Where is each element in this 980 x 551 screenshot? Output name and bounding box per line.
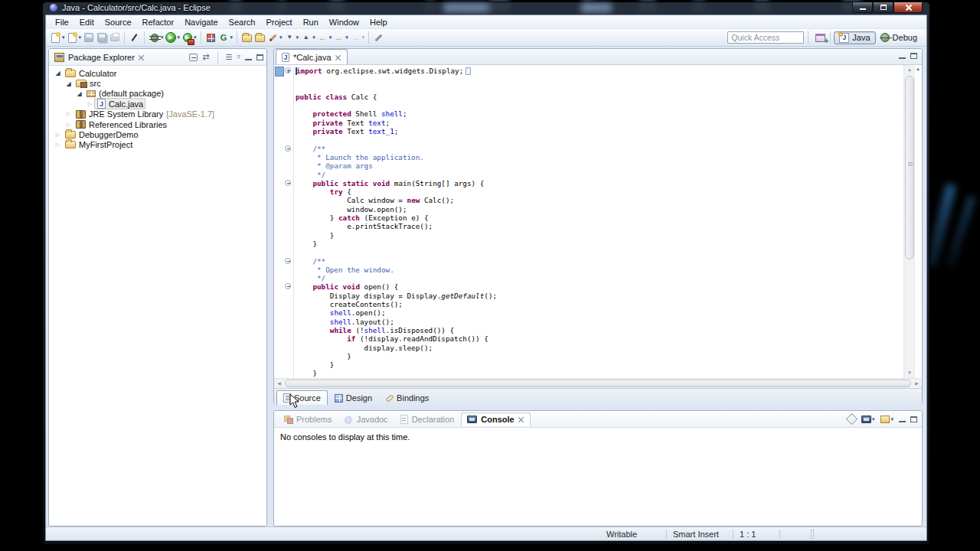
scroll-right-icon[interactable]: ▶ — [912, 379, 922, 388]
horizontal-scrollbar[interactable]: ◀ ▶ — [274, 378, 922, 388]
menu-file[interactable]: File — [50, 16, 74, 28]
vertical-scrollbar[interactable]: ▲ ▼ — [903, 65, 922, 378]
coverage-button[interactable]: G▾ — [217, 32, 234, 44]
maximize-view-button[interactable] — [256, 54, 263, 60]
expand-arrow-icon[interactable]: ▷ — [54, 132, 62, 138]
menu-help[interactable]: Help — [364, 16, 393, 28]
scrollbar-thumb[interactable] — [905, 76, 914, 259]
last-edit-location-button[interactable] — [372, 32, 385, 44]
scroll-up-icon[interactable]: ▲ — [904, 65, 915, 75]
new-java-project-button[interactable] — [204, 32, 217, 44]
close-tab-icon[interactable] — [335, 54, 341, 60]
menu-window[interactable]: Window — [324, 16, 364, 28]
code-line-text: * Launch the application. — [294, 153, 424, 161]
titlebar[interactable]: Java - Calculator/src/Calc.java - Eclips… — [45, 2, 927, 15]
display-console-button[interactable]: ▾ — [861, 416, 876, 423]
expand-arrow-icon[interactable]: ▷ — [54, 142, 62, 148]
scrollbar-thumb[interactable] — [285, 380, 911, 387]
minimize-button[interactable] — [852, 2, 873, 13]
print-button[interactable] — [108, 32, 121, 44]
maximize-console-button[interactable] — [910, 416, 917, 422]
menu-run[interactable]: Run — [298, 16, 324, 28]
maximize-editor-button[interactable] — [910, 53, 917, 59]
tab-declaration[interactable]: Declaration — [395, 413, 460, 425]
fold-margin — [283, 257, 294, 266]
overview-ruler[interactable] — [914, 65, 922, 378]
menu-search[interactable]: Search — [224, 16, 261, 28]
next-annotation-button[interactable]: ▼▾ — [283, 32, 300, 44]
code-line: /** — [274, 145, 903, 153]
collapse-fold-icon[interactable] — [285, 258, 291, 264]
code-text[interactable]: import org.eclipse.swt.widgets.Display;p… — [274, 65, 903, 378]
tab-javadoc[interactable]: @ Javadoc — [338, 413, 393, 425]
code-line: import org.eclipse.swt.widgets.Display; — [274, 67, 903, 75]
external-tools-button[interactable]: ▶▾ — [181, 32, 198, 44]
collapse-arrow-icon[interactable]: ◢ — [64, 80, 73, 87]
new-wizard-button[interactable]: ▾ — [49, 32, 66, 44]
save-all-button[interactable] — [95, 32, 108, 44]
close-view-icon[interactable] — [139, 54, 145, 60]
back-button[interactable]: ←▾ — [316, 32, 333, 44]
code-line-text: } — [294, 369, 317, 377]
format-button[interactable]: ▾ — [266, 32, 283, 44]
open-type-button[interactable] — [240, 32, 253, 44]
collapse-fold-icon[interactable] — [285, 145, 291, 152]
open-console-button[interactable]: ▾ — [880, 416, 894, 423]
editor-tab-calc-java[interactable]: J *Calc.java — [276, 49, 348, 64]
minimize-console-button[interactable] — [899, 420, 906, 422]
collapse-all-button[interactable] — [189, 54, 198, 61]
minimize-view-button[interactable] — [245, 58, 252, 60]
expand-arrow-icon[interactable]: ▷ — [64, 122, 73, 128]
run-button[interactable]: ▶▾ — [165, 32, 181, 44]
tree-item-jre-system-library[interactable]: ▷JRE System Library[JavaSE-1.7] — [49, 109, 266, 119]
code-editor[interactable]: import org.eclipse.swt.widgets.Display;p… — [274, 65, 922, 378]
scroll-down-icon[interactable]: ▼ — [904, 368, 915, 378]
focus-button[interactable]: ☰ — [226, 54, 233, 61]
link-with-editor-button[interactable]: ⇄ — [202, 53, 209, 61]
tree-item-debuggerdemo[interactable]: ▷DebuggerDemo — [49, 129, 266, 139]
expand-arrow-icon[interactable]: ▷ — [64, 111, 73, 117]
open-resource-button[interactable] — [253, 32, 266, 44]
scroll-left-icon[interactable]: ◀ — [274, 379, 284, 388]
maximize-button[interactable] — [873, 2, 893, 13]
view-menu-button[interactable]: ▿ — [237, 54, 240, 60]
quick-access-input[interactable] — [727, 31, 804, 44]
previous-annotation-button[interactable]: ▲▾ — [299, 32, 316, 44]
perspective-debug-button[interactable]: Debug — [876, 32, 922, 43]
forward-button[interactable]: →▾ — [349, 32, 366, 44]
tab-console[interactable]: Console — [461, 412, 530, 426]
tree-item-calculator[interactable]: ◢Calculator — [49, 68, 266, 78]
tree-item-src[interactable]: ◢src — [49, 78, 266, 88]
skip-breakpoints-button[interactable] — [128, 32, 141, 44]
close-button[interactable] — [893, 2, 923, 13]
collapse-arrow-icon[interactable]: ◢ — [54, 70, 62, 77]
close-console-icon[interactable] — [518, 416, 524, 422]
menu-navigate[interactable]: Navigate — [179, 16, 223, 28]
minimize-editor-button[interactable] — [899, 57, 906, 59]
debug-button[interactable]: ▾ — [148, 32, 165, 44]
menu-refactor[interactable]: Refactor — [137, 16, 180, 28]
new-java-class-button[interactable]: ▾ — [66, 32, 83, 44]
tree-item-myfirstproject[interactable]: ▷MyFirstProject — [49, 140, 266, 150]
tab-problems[interactable]: Problems — [279, 413, 337, 425]
menu-source[interactable]: Source — [100, 16, 137, 28]
expand-fold-icon[interactable] — [285, 67, 291, 73]
tree-item-calc-java[interactable]: ▷JCalc.java — [49, 99, 266, 109]
open-perspective-button[interactable] — [814, 32, 827, 44]
menu-edit[interactable]: Edit — [74, 16, 100, 28]
collapse-fold-icon[interactable] — [285, 283, 291, 289]
pin-console-button[interactable] — [846, 413, 858, 425]
tab-source[interactable]: Source — [276, 390, 328, 405]
collapse-arrow-icon[interactable]: ◢ — [75, 90, 83, 97]
tree-item--default-package-[interactable]: ◢(default package) — [49, 89, 266, 99]
expand-arrow-icon[interactable]: ▷ — [86, 101, 94, 107]
menu-project[interactable]: Project — [260, 16, 297, 28]
tab-bindings[interactable]: Bindings — [379, 390, 436, 405]
save-button[interactable] — [82, 32, 95, 44]
collapse-fold-icon[interactable] — [285, 180, 291, 186]
perspective-java-button[interactable]: J Java — [834, 31, 875, 44]
tree-item-referenced-libraries[interactable]: ▷Referenced Libraries — [49, 119, 266, 129]
tab-design[interactable]: Design — [328, 390, 379, 405]
package-explorer-tab[interactable]: Package Explorer — [52, 53, 147, 62]
back-history-button[interactable]: ←▾ — [332, 32, 349, 44]
